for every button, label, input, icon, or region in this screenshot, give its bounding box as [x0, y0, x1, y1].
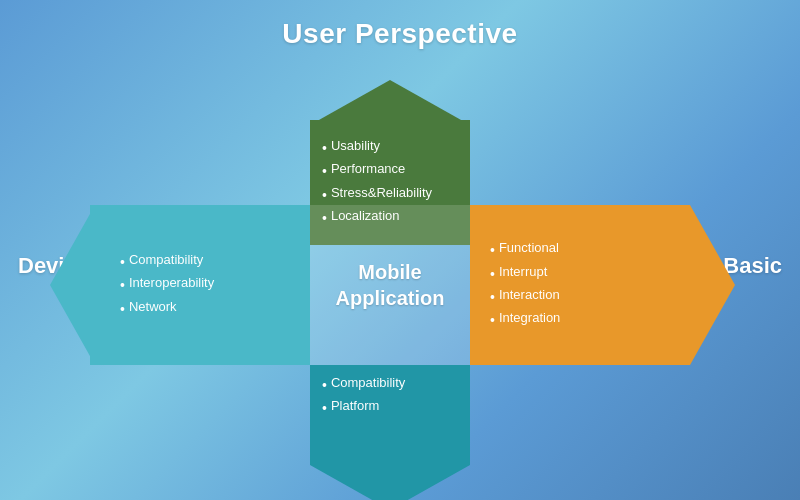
diagram: Usability Performance Stress&Reliability…	[0, 60, 800, 490]
right-item-3: Interaction	[490, 285, 560, 308]
arrow-right-body: Functional Interrupt Interaction Integra…	[470, 205, 690, 365]
right-item-4: Integration	[490, 308, 560, 331]
arrow-left: Compatibility Interoperability Network	[50, 205, 310, 365]
bottom-item-1: Compatibility	[322, 373, 405, 396]
center-line2: Application	[336, 287, 445, 309]
bottom-bullet-list: Compatibility Platform	[322, 373, 405, 420]
right-item-1: Functional	[490, 238, 560, 261]
arrow-bottom-head	[310, 465, 470, 500]
right-bullet-list: Functional Interrupt Interaction Integra…	[490, 238, 560, 332]
left-item-1: Compatibility	[120, 250, 214, 273]
arrow-left-body: Compatibility Interoperability Network	[90, 205, 310, 365]
arrow-right-head	[690, 205, 735, 365]
top-item-3: Stress&Reliability	[322, 183, 432, 206]
left-bullet-list: Compatibility Interoperability Network	[120, 250, 214, 320]
arrow-bottom-body: Compatibility Platform	[310, 365, 470, 465]
left-item-2: Interoperability	[120, 273, 214, 296]
page-title: User Perspective	[0, 0, 800, 50]
center-text: Mobile Application	[336, 259, 445, 311]
arrow-right: Functional Interrupt Interaction Integra…	[470, 205, 730, 365]
top-item-1: Usability	[322, 136, 432, 159]
right-item-2: Interrupt	[490, 262, 560, 285]
arrow-top-head	[310, 80, 470, 125]
center-box: Mobile Application	[310, 205, 470, 365]
top-item-2: Performance	[322, 159, 432, 182]
left-item-3: Network	[120, 297, 214, 320]
bottom-item-2: Platform	[322, 396, 405, 419]
center-line1: Mobile	[358, 261, 421, 283]
arrow-left-head	[50, 205, 95, 365]
